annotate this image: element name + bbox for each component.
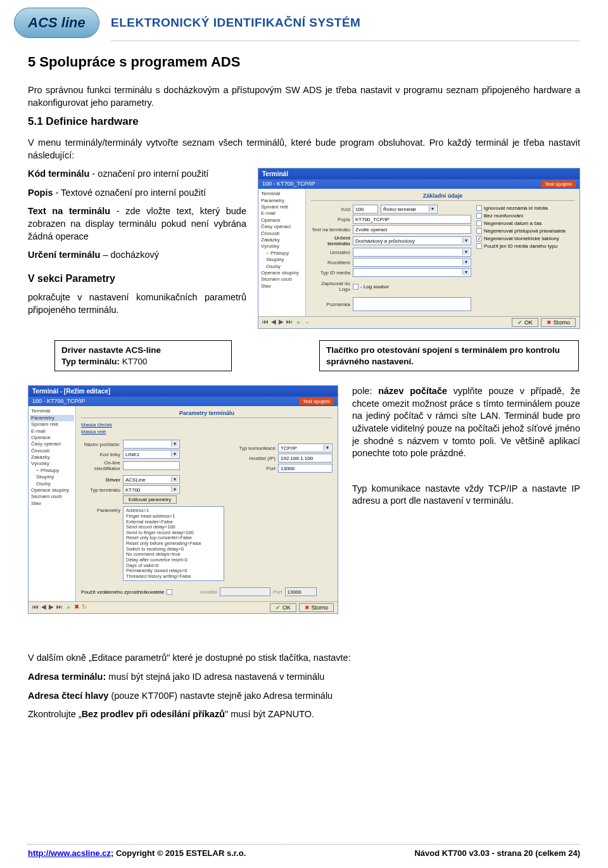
tree-item[interactable]: Parametry bbox=[260, 198, 304, 204]
tree-item[interactable]: Zakázky bbox=[260, 237, 304, 243]
tree-item[interactable]: Terminál bbox=[30, 408, 74, 414]
input-textna[interactable]: Zvolte operaci bbox=[353, 225, 471, 234]
textarea-parametry[interactable]: Address=1Finger head address=1External r… bbox=[123, 506, 224, 581]
select-typ[interactable]: KT700 bbox=[123, 485, 180, 494]
tree-item[interactable]: Spínání relé bbox=[260, 204, 304, 210]
sub-titlebar: 100 - KT700_TCP/IP Test spojení bbox=[258, 179, 580, 189]
checkbox[interactable] bbox=[476, 243, 482, 249]
tree-item[interactable]: Zakázky bbox=[30, 454, 74, 461]
input-kod[interactable]: 100 bbox=[353, 205, 378, 214]
checkbox[interactable] bbox=[476, 220, 482, 226]
select-kodl[interactable]: LINK1 bbox=[123, 450, 180, 459]
refresh-icon[interactable]: ↻ bbox=[82, 603, 87, 612]
note-driver: Driver nastavte ACS-line Typ terminálu: … bbox=[54, 340, 232, 371]
tree-item[interactable]: Výrobky bbox=[260, 243, 304, 250]
tree-item[interactable]: Stav bbox=[260, 283, 304, 290]
nav-next-icon[interactable]: ▶ bbox=[49, 603, 54, 612]
tree-item[interactable]: Terminál bbox=[260, 191, 304, 197]
lbl-zap: Zapisovat do Logu bbox=[311, 281, 350, 292]
checkbox-zpr[interactable] bbox=[167, 589, 172, 595]
select-typid[interactable] bbox=[353, 268, 471, 277]
select-umisteni[interactable] bbox=[353, 248, 471, 257]
input-host[interactable]: 192.168.1.100 bbox=[278, 454, 332, 463]
select-nazev[interactable] bbox=[123, 440, 180, 449]
callouts-column: pole: název počítače vyplňte pouze v pří… bbox=[352, 385, 580, 514]
tree-item[interactable]: Výrobky bbox=[30, 461, 74, 467]
tree-item[interactable]: Skupiny bbox=[260, 257, 304, 263]
checkbox[interactable]: ✓ bbox=[476, 236, 482, 241]
test-connection-button[interactable]: Test spojení bbox=[541, 181, 576, 188]
select-typk[interactable]: TCP/IP bbox=[278, 444, 332, 452]
link-maska-rele[interactable]: Maska relé bbox=[81, 429, 225, 435]
tree-item[interactable]: Časy operací bbox=[260, 224, 304, 230]
add-icon[interactable]: ＋ bbox=[65, 603, 72, 612]
nav-next-icon[interactable]: ▶ bbox=[279, 318, 284, 327]
checkbox-row: Ignorovat neznámá id média bbox=[476, 205, 574, 211]
checkbox-column: Ignorovat neznámá id médiaBez monitorová… bbox=[476, 203, 574, 312]
panel-basic: Základní údaje Kód100Řídící terminál Pop… bbox=[306, 189, 580, 316]
tree-item[interactable]: − Přístupy bbox=[30, 468, 74, 474]
input-port[interactable]: 13000 bbox=[278, 464, 332, 473]
checkbox[interactable] bbox=[476, 213, 482, 219]
titlebar[interactable]: Terminál bbox=[258, 169, 580, 179]
edit-params-button[interactable]: Editovat parametry bbox=[123, 495, 177, 504]
note-driver-line2b: KT700 bbox=[122, 357, 148, 366]
bottom-p4: Zkontrolujte „Bez prodlev při odesílání … bbox=[28, 708, 580, 721]
ok-button[interactable]: ✔ OK bbox=[512, 318, 538, 327]
test-connection-button-edit[interactable]: Test spojení bbox=[299, 398, 334, 405]
lbl-rozdeleni: Rozdělení bbox=[311, 260, 350, 265]
checkbox[interactable] bbox=[476, 228, 482, 234]
nav-tree: TerminálParametrySpínání reléE-mailOpera… bbox=[258, 189, 306, 316]
nav-first-icon[interactable]: ⏮ bbox=[262, 318, 269, 327]
input-popis[interactable]: KT700_TCP/IP bbox=[353, 215, 471, 224]
footer-url[interactable]: http://www.acsline.cz bbox=[28, 848, 111, 858]
cancel-button[interactable]: ✖ Storno bbox=[541, 318, 576, 327]
select-rozdeleni[interactable] bbox=[353, 258, 471, 267]
lbl-typ: Typ terminálu bbox=[81, 487, 120, 493]
logo: ACS line bbox=[14, 8, 99, 38]
tree-item[interactable]: E-mail bbox=[260, 210, 304, 217]
tree-item[interactable]: Operace skupiny bbox=[30, 487, 74, 494]
delete-icon[interactable]: － bbox=[304, 318, 310, 327]
select-driver[interactable]: ACSLine bbox=[123, 475, 180, 484]
titlebar-edit[interactable]: Terminál - [Režim editace] bbox=[28, 386, 338, 397]
ok-button-edit[interactable]: ✔ OK bbox=[270, 603, 296, 612]
def-popis-label: Popis bbox=[28, 188, 53, 198]
checkbox-row: Negenerovat datum a čas bbox=[476, 220, 574, 226]
logo-text: ACS line bbox=[28, 15, 85, 31]
tree-item[interactable]: E-mail bbox=[30, 428, 74, 435]
nav-prev-icon[interactable]: ◀ bbox=[41, 603, 46, 612]
tree-item[interactable]: Osoby bbox=[30, 481, 74, 487]
delete-icon[interactable]: ✖ bbox=[74, 603, 79, 612]
input-pozn[interactable] bbox=[353, 297, 471, 311]
checkbox-log[interactable] bbox=[353, 284, 358, 290]
tree-item[interactable]: − Přístupy bbox=[260, 250, 304, 257]
tree-item[interactable]: Spínání relé bbox=[30, 421, 74, 428]
tree-item[interactable]: Parametry bbox=[30, 415, 74, 421]
lbl-kod: Kód bbox=[311, 207, 350, 212]
tree-item[interactable]: Činnosti bbox=[30, 448, 74, 454]
tree-item[interactable]: Stav bbox=[30, 501, 74, 507]
header-title: ELEKTRONICKÝ IDENTIFIKAČNÍ SYSTÉM bbox=[111, 16, 360, 30]
input-online[interactable] bbox=[123, 461, 180, 470]
nav-last-icon[interactable]: ⏭ bbox=[286, 318, 293, 327]
tree-item[interactable]: Operace skupiny bbox=[260, 270, 304, 276]
tree-item[interactable]: Operace bbox=[30, 435, 74, 441]
edit-window-body: TerminálParametrySpínání reléE-mailOpera… bbox=[28, 406, 338, 601]
tree-item[interactable]: Činnosti bbox=[260, 231, 304, 237]
nav-first-icon[interactable]: ⏮ bbox=[32, 603, 39, 612]
cancel-button-edit[interactable]: ✖ Storno bbox=[299, 603, 334, 612]
tree-item[interactable]: Osoby bbox=[260, 264, 304, 270]
tree-item[interactable]: Skupiny bbox=[30, 474, 74, 480]
tree-item[interactable]: Seznam osob bbox=[30, 494, 74, 500]
link-maska-ctecek[interactable]: Maska čteček bbox=[81, 422, 225, 428]
add-icon[interactable]: ＋ bbox=[295, 318, 301, 327]
nav-last-icon[interactable]: ⏭ bbox=[56, 603, 63, 612]
select-urceni[interactable]: Docházkový a průchodový bbox=[353, 236, 471, 245]
tree-item[interactable]: Seznam osob bbox=[260, 276, 304, 283]
tree-item[interactable]: Operace bbox=[260, 217, 304, 224]
checkbox[interactable] bbox=[476, 205, 482, 211]
tree-item[interactable]: Časy operací bbox=[30, 441, 74, 447]
select-ridici[interactable]: Řídící terminál bbox=[381, 205, 438, 214]
nav-prev-icon[interactable]: ◀ bbox=[271, 318, 276, 327]
